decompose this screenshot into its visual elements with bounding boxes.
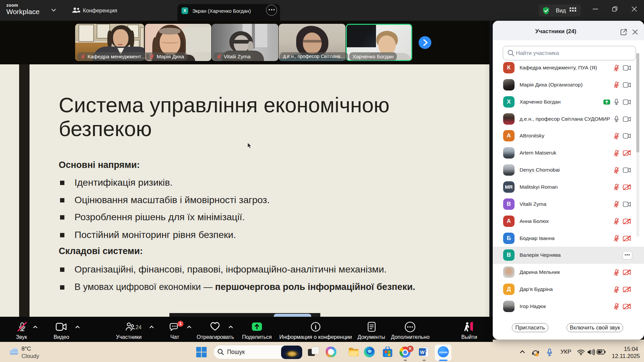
svg-text:i: i	[315, 324, 316, 330]
svg-text:W: W	[420, 350, 425, 355]
